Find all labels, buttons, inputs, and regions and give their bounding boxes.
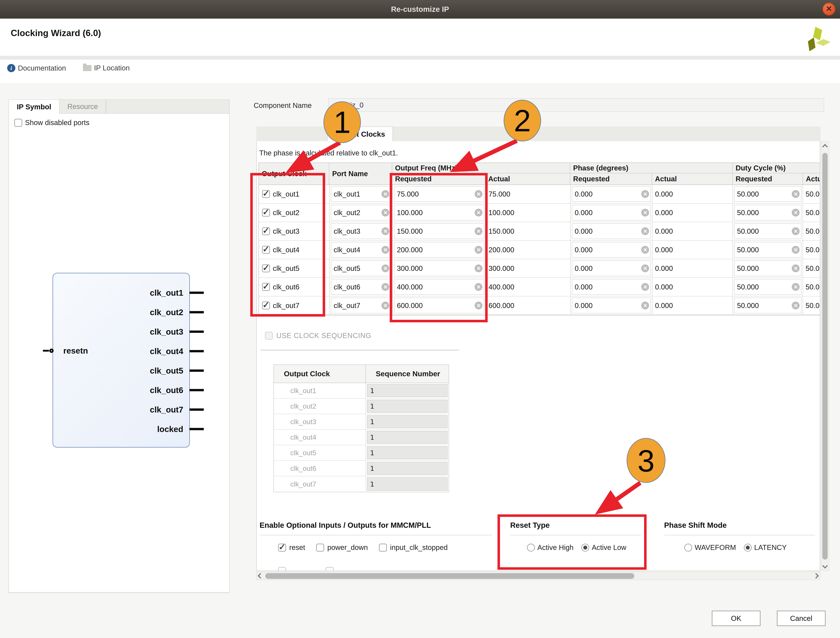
clock-enable-checkbox[interactable]: ✓ xyxy=(262,264,270,272)
freq-requested-input[interactable]: 100.000 ✕ xyxy=(394,205,484,221)
freq-requested-input[interactable]: 600.000 ✕ xyxy=(394,298,484,313)
clear-icon[interactable]: ✕ xyxy=(792,302,800,310)
optional-io-option[interactable]: ✓ input_clk_stopped xyxy=(379,543,448,551)
clear-icon[interactable]: ✕ xyxy=(792,264,800,272)
show-disabled-ports[interactable]: ✓ Show disabled ports xyxy=(14,118,89,127)
duty-requested-input[interactable]: 50.000 ✕ xyxy=(734,298,802,313)
clock-enable-checkbox[interactable]: ✓ xyxy=(262,208,270,216)
freq-requested-input[interactable]: 150.000 ✕ xyxy=(394,223,484,239)
horizontal-scrollbar-thumb[interactable] xyxy=(265,573,634,579)
phase-shift-option[interactable]: LATENCY xyxy=(744,543,787,551)
clock-enable-checkbox[interactable]: ✓ xyxy=(262,190,270,198)
clear-icon[interactable]: ✕ xyxy=(381,283,389,291)
clear-icon[interactable]: ✕ xyxy=(381,208,389,216)
scroll-down-icon[interactable] xyxy=(822,563,828,569)
reset-type-radio[interactable] xyxy=(527,544,535,551)
optional-io-checkbox[interactable]: ✓ xyxy=(316,544,324,551)
port-name-input[interactable]: clk_out7 ✕ xyxy=(331,298,391,313)
clear-icon[interactable]: ✕ xyxy=(792,246,800,254)
clear-icon[interactable]: ✕ xyxy=(475,264,482,272)
freq-requested-input[interactable]: 200.000 ✕ xyxy=(394,242,484,257)
window-titlebar[interactable]: Re-customize IP ✕ xyxy=(0,0,840,19)
duty-requested-input[interactable]: 50.000 ✕ xyxy=(734,186,802,202)
clear-icon[interactable]: ✕ xyxy=(641,190,649,198)
scroll-up-icon[interactable] xyxy=(822,144,828,149)
clear-icon[interactable]: ✕ xyxy=(792,208,800,216)
port-name-input[interactable]: clk_out1 ✕ xyxy=(331,186,391,202)
clock-enable-checkbox[interactable]: ✓ xyxy=(262,246,270,254)
clear-icon[interactable]: ✕ xyxy=(475,227,482,235)
optional-io-option[interactable]: ✓ reset xyxy=(278,543,305,551)
scroll-left-icon[interactable] xyxy=(258,573,263,578)
port-name-input[interactable]: clk_out5 ✕ xyxy=(331,261,391,276)
clipped-checkbox[interactable] xyxy=(278,567,286,571)
settings-tab[interactable]: Output Clocks xyxy=(327,126,393,142)
clear-icon[interactable]: ✕ xyxy=(792,190,800,198)
cancel-button[interactable]: Cancel xyxy=(777,611,826,626)
clear-icon[interactable]: ✕ xyxy=(641,302,649,310)
clear-icon[interactable]: ✕ xyxy=(475,302,482,310)
clear-icon[interactable]: ✕ xyxy=(381,302,389,310)
clear-icon[interactable]: ✕ xyxy=(381,190,389,198)
clear-icon[interactable]: ✕ xyxy=(641,264,649,272)
duty-requested-input[interactable]: 50.000 ✕ xyxy=(734,223,802,239)
close-button[interactable]: ✕ xyxy=(823,3,835,16)
tab-resource[interactable]: Resource xyxy=(60,100,106,113)
port-name-input[interactable]: clk_out3 ✕ xyxy=(331,223,391,239)
duty-requested-input[interactable]: 50.000 ✕ xyxy=(734,242,802,257)
vertical-scrollbar[interactable] xyxy=(821,142,829,571)
freq-requested-input[interactable]: 75.000 ✕ xyxy=(394,186,484,202)
clear-icon[interactable]: ✕ xyxy=(475,246,482,254)
duty-requested-input[interactable]: 50.000 ✕ xyxy=(734,279,802,295)
documentation-link[interactable]: i Documentation xyxy=(7,64,66,72)
show-disabled-ports-checkbox[interactable]: ✓ xyxy=(14,119,22,127)
clear-icon[interactable]: ✕ xyxy=(475,283,482,291)
freq-requested-input[interactable]: 400.000 ✕ xyxy=(394,279,484,295)
clear-icon[interactable]: ✕ xyxy=(381,264,389,272)
duty-requested-input[interactable]: 50.000 ✕ xyxy=(734,205,802,221)
optional-io-checkbox[interactable]: ✓ xyxy=(278,544,286,551)
use-clock-sequencing[interactable]: ✓ USE CLOCK SEQUENCING xyxy=(265,332,371,340)
phase-requested-input[interactable]: 0.000 ✕ xyxy=(572,242,651,257)
optional-io-option[interactable]: ✓ power_down xyxy=(316,543,368,551)
phase-requested-input[interactable]: 0.000 ✕ xyxy=(572,261,651,276)
clear-icon[interactable]: ✕ xyxy=(381,246,389,254)
clear-icon[interactable]: ✕ xyxy=(792,283,800,291)
phase-shift-radio[interactable] xyxy=(684,544,692,551)
clear-icon[interactable]: ✕ xyxy=(641,227,649,235)
clear-icon[interactable]: ✕ xyxy=(641,208,649,216)
use-clock-sequencing-checkbox[interactable]: ✓ xyxy=(265,332,273,340)
clear-icon[interactable]: ✕ xyxy=(381,227,389,235)
clear-icon[interactable]: ✕ xyxy=(475,190,482,198)
tab-ip-symbol[interactable]: IP Symbol xyxy=(9,100,60,114)
clipped-checkbox[interactable] xyxy=(326,567,334,571)
clock-enable-checkbox[interactable]: ✓ xyxy=(262,227,270,235)
component-name-field[interactable]: clk_wiz_0 xyxy=(328,98,824,112)
reset-type-option[interactable]: Active High xyxy=(527,543,573,551)
clock-enable-checkbox[interactable]: ✓ xyxy=(262,302,270,310)
port-name-input[interactable]: clk_out2 ✕ xyxy=(331,205,391,221)
horizontal-scrollbar[interactable] xyxy=(256,572,820,580)
clear-icon[interactable]: ✕ xyxy=(475,208,482,216)
port-name-input[interactable]: clk_out6 ✕ xyxy=(331,279,391,295)
freq-requested-input[interactable]: 300.000 ✕ xyxy=(394,261,484,276)
phase-requested-input[interactable]: 0.000 ✕ xyxy=(572,186,651,202)
duty-requested-input[interactable]: 50.000 ✕ xyxy=(734,261,802,276)
phase-shift-radio[interactable] xyxy=(744,544,752,551)
phase-requested-input[interactable]: 0.000 ✕ xyxy=(572,205,651,221)
port-name-input[interactable]: clk_out4 ✕ xyxy=(331,242,391,257)
clear-icon[interactable]: ✕ xyxy=(792,227,800,235)
reset-type-radio[interactable] xyxy=(581,544,589,551)
optional-io-checkbox[interactable]: ✓ xyxy=(379,544,387,551)
reset-type-option[interactable]: Active Low xyxy=(581,543,626,551)
scroll-right-icon[interactable] xyxy=(813,573,819,578)
ip-location-link[interactable]: IP Location xyxy=(83,64,130,72)
phase-requested-input[interactable]: 0.000 ✕ xyxy=(572,279,651,295)
clear-icon[interactable]: ✕ xyxy=(641,283,649,291)
vertical-scrollbar-thumb[interactable] xyxy=(822,153,828,559)
ok-button[interactable]: OK xyxy=(712,611,761,626)
phase-requested-input[interactable]: 0.000 ✕ xyxy=(572,298,651,313)
phase-shift-option[interactable]: WAVEFORM xyxy=(684,543,736,551)
phase-requested-input[interactable]: 0.000 ✕ xyxy=(572,223,651,239)
clear-icon[interactable]: ✕ xyxy=(641,246,649,254)
